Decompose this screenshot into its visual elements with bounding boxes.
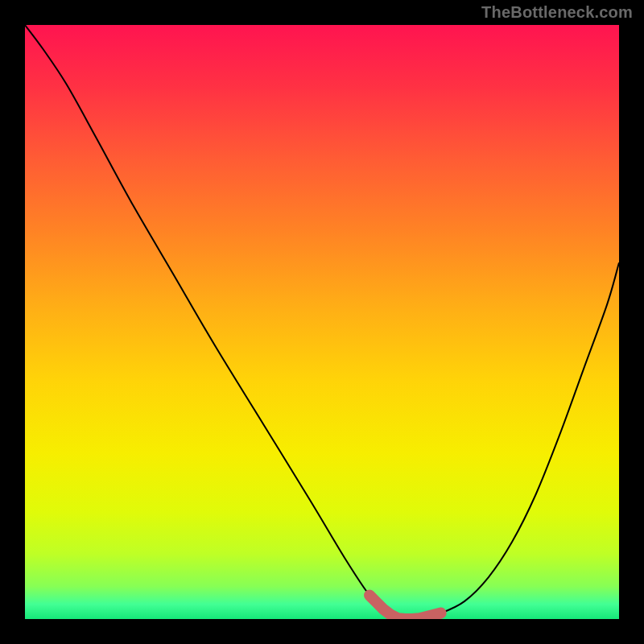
attribution-label: TheBottleneck.com (481, 3, 633, 22)
chart-plot-area (25, 25, 619, 619)
chart-svg (25, 25, 619, 619)
gradient-background (25, 25, 619, 619)
